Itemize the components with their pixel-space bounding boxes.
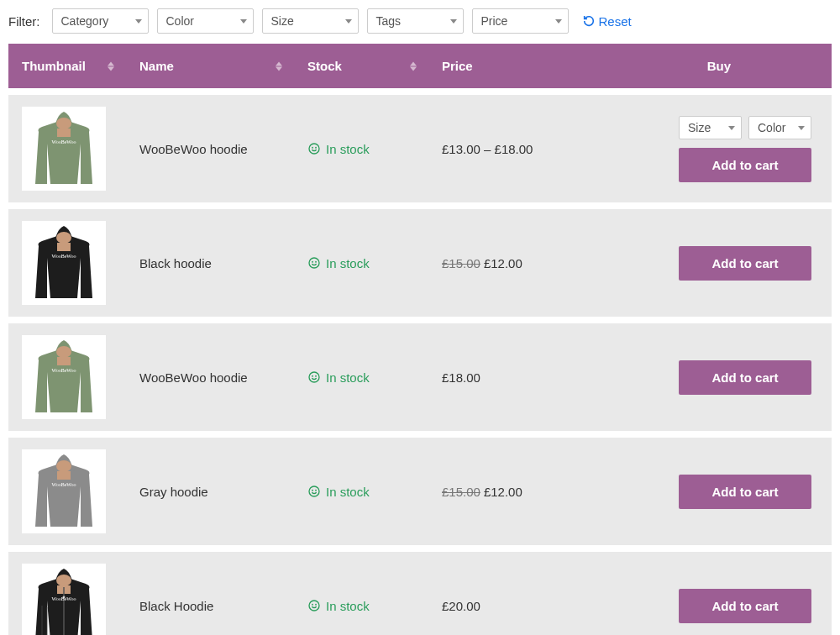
svg-rect-23 [57,471,71,480]
svg-point-5 [312,147,313,148]
smiley-icon [307,142,321,155]
product-thumbnail[interactable]: WooBeWoo [22,221,106,305]
svg-point-11 [309,258,319,268]
svg-point-33 [309,601,319,611]
product-thumbnail[interactable]: WooBeWoo [22,564,106,635]
stock-status: In stock [307,599,415,613]
table-row: WooBeWoo Gray hoodieIn stock£15.00£12.00… [8,431,832,545]
svg-point-34 [312,604,313,605]
filter-size[interactable]: Size [262,8,359,34]
svg-point-15 [56,346,71,358]
undo-icon [582,14,596,28]
product-price: £15.00£12.00 [428,202,580,317]
filter-tags[interactable]: Tags [367,8,464,34]
add-to-cart-button[interactable]: Add to cart [679,589,811,623]
add-to-cart-button[interactable]: Add to cart [679,148,811,182]
product-name[interactable]: Black Hoodie [126,545,294,635]
svg-point-26 [312,490,313,491]
sort-icon [276,61,282,71]
filter-category[interactable]: Category [52,8,149,34]
col-price[interactable]: Price [428,44,580,88]
table-row: WooBeWoo Black HoodieIn stock£20.00Add t… [8,545,832,635]
add-to-cart-button[interactable]: Add to cart [679,475,811,509]
col-thumbnail[interactable]: Thumbnail [8,44,126,88]
smiley-icon [307,256,321,270]
svg-point-1 [56,118,71,129]
svg-point-29 [56,575,71,586]
product-name[interactable]: WooBeWoo hoodie [126,317,294,431]
product-table: Thumbnail Name Stock Price Buy WooBeWoo … [8,44,832,635]
svg-text:WooBeWoo: WooBeWoo [51,254,76,259]
product-name[interactable]: Gray hoodie [126,431,294,545]
table-row: WooBeWoo WooBeWoo hoodieIn stock£18.00Ad… [8,317,832,431]
svg-text:WooBeWoo: WooBeWoo [51,368,76,373]
col-buy: Buy [580,44,832,88]
table-row: WooBeWoo WooBeWoo hoodieIn stock£13.00 –… [8,88,832,202]
product-price: £18.00 [428,317,580,431]
stock-status: In stock [307,256,415,270]
variant-color-select[interactable]: Color [748,116,811,139]
svg-text:WooBeWoo: WooBeWoo [51,482,76,487]
product-name[interactable]: WooBeWoo hoodie [126,88,294,202]
svg-point-22 [56,460,71,472]
filter-label: Filter: [8,14,40,29]
add-to-cart-button[interactable]: Add to cart [679,246,811,281]
svg-text:WooBeWoo: WooBeWoo [51,596,76,601]
product-thumbnail[interactable]: WooBeWoo [22,449,106,533]
stock-status: In stock [307,370,415,385]
svg-text:WooBeWoo: WooBeWoo [51,139,76,144]
col-name[interactable]: Name [126,44,294,88]
stock-status: In stock [307,142,415,156]
svg-rect-9 [57,243,71,251]
table-row: WooBeWoo Black hoodieIn stock£15.00£12.0… [8,202,832,317]
svg-point-20 [316,375,317,376]
reset-button[interactable]: Reset [582,14,632,29]
filter-bar: Filter: Category Color Size Tags Price R… [8,8,832,34]
svg-point-13 [316,261,317,262]
svg-point-35 [316,604,317,605]
product-name[interactable]: Black hoodie [126,202,294,317]
stock-status: In stock [307,485,415,499]
svg-point-18 [309,372,319,382]
smiley-icon [307,370,321,384]
svg-point-27 [316,490,317,491]
product-thumbnail[interactable]: WooBeWoo [22,335,106,419]
product-price: £20.00 [428,545,580,635]
reset-label: Reset [599,14,632,29]
sort-icon [108,61,114,71]
svg-point-12 [312,261,313,262]
svg-rect-2 [57,129,71,137]
product-price: £15.00£12.00 [428,431,580,545]
svg-point-8 [56,232,71,244]
filter-color[interactable]: Color [157,8,254,34]
svg-rect-16 [57,357,71,365]
variant-size-select[interactable]: Size [679,116,742,139]
product-thumbnail[interactable]: WooBeWoo [22,107,106,191]
smiley-icon [307,599,321,612]
add-to-cart-button[interactable]: Add to cart [679,360,811,395]
svg-point-19 [312,375,313,376]
sort-icon [410,61,417,71]
col-stock[interactable]: Stock [294,44,428,88]
product-price: £13.00 – £18.00 [428,88,580,202]
svg-point-6 [316,147,317,148]
svg-point-25 [309,486,319,496]
smiley-icon [307,485,321,498]
svg-point-4 [309,144,319,154]
filter-price[interactable]: Price [472,8,569,34]
